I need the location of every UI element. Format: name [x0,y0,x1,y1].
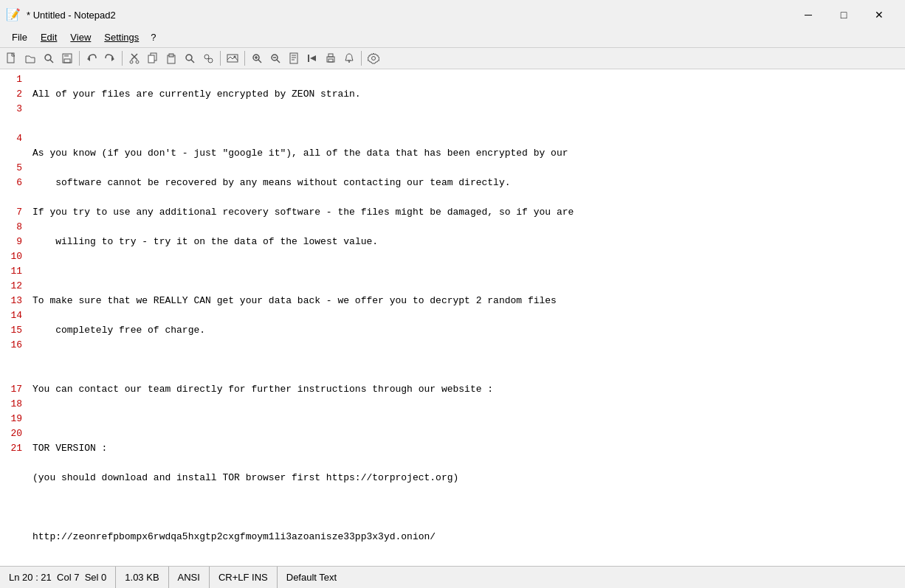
toolbar-paste[interactable] [162,49,180,67]
toolbar-open[interactable] [21,49,39,67]
status-encoding: ANSI [169,567,210,588]
editor-line-3b: software cannot be recovered by any mean… [32,176,899,190]
svg-rect-14 [148,55,154,63]
menu-bar: File Edit View Settings ? [0,27,905,47]
status-position: Ln 20 : 21 Col 7 Sel 0 [6,567,116,588]
status-textstyle: Default Text [278,567,345,588]
toolbar-undo[interactable] [83,49,100,67]
svg-marker-36 [310,55,316,61]
status-style: Default Text [286,572,337,583]
editor-line-13: http://zeonrefpbompx6rwdqa5hxgtp2cxgfmoy… [32,530,899,544]
svg-line-25 [258,60,261,63]
editor-line-9 [32,412,899,426]
status-size: 1.03 KB [116,567,168,588]
status-ins: INS [252,572,268,583]
toolbar-settings[interactable] [365,49,382,67]
line-numbers: 1 2 3 4 5 6 7 8 9 10 11 12 13 14 15 16 1… [0,69,27,566]
svg-rect-5 [64,54,69,57]
editor-line-4b: willing to try - try it on the data of t… [32,235,899,249]
toolbar-sep-1 [79,51,80,66]
toolbar-zoom-out[interactable] [266,49,284,67]
menu-view[interactable]: View [64,30,97,45]
toolbar [0,47,905,69]
toolbar-find2[interactable] [181,49,199,67]
toolbar-notify[interactable] [340,49,358,67]
svg-point-23 [234,56,236,58]
status-enc: ANSI [178,572,200,583]
svg-point-12 [136,60,139,63]
toolbar-save[interactable] [58,49,76,67]
svg-rect-39 [328,59,333,62]
editor-line-1: All of your files are currently encrypte… [32,87,899,102]
menu-file[interactable]: File [6,30,33,45]
svg-point-42 [372,57,376,60]
editor-text-area[interactable]: All of your files are currently encrypte… [27,69,905,566]
svg-point-17 [186,55,192,60]
title-bar-controls: ─ □ ✕ [791,6,896,24]
editor-container: 1 2 3 4 5 6 7 8 9 10 11 12 13 14 15 16 1… [0,69,905,566]
status-col: Col 7 [57,572,79,583]
toolbar-redo[interactable] [101,49,119,67]
minimize-button[interactable]: ─ [791,6,825,24]
editor-line-14 [32,559,899,566]
editor-line-2 [32,117,899,131]
toolbar-sep-3 [220,51,221,66]
title-bar-title: * Untitled - Notepad2 [27,10,116,21]
toolbar-copy[interactable] [144,49,162,67]
svg-point-11 [130,60,133,63]
menu-help[interactable]: ? [146,30,160,45]
editor-line-4: If you try to use any additional recover… [32,205,899,220]
status-ln-col: Ln 20 : 21 [9,572,52,583]
editor-line-5 [32,264,899,279]
editor-line-10: TOR VERSION : [32,441,899,456]
toolbar-replace[interactable] [199,49,217,67]
status-lineending: CR+LF INS [210,567,278,588]
toolbar-image[interactable] [224,49,241,67]
svg-line-18 [191,60,194,63]
toolbar-zoom-in[interactable] [248,49,266,67]
editor-line-8: You can contact our team directly for fu… [32,382,899,397]
restore-button[interactable]: □ [827,6,861,24]
editor-line-6b: completely free of charge. [32,323,899,338]
toolbar-cut[interactable] [125,49,143,67]
title-bar: 📝 * Untitled - Notepad2 ─ □ ✕ [0,0,905,27]
toolbar-pagesetup[interactable] [285,49,303,67]
toolbar-sep-2 [122,51,123,66]
svg-point-2 [45,55,51,60]
toolbar-find[interactable] [40,49,58,67]
svg-rect-16 [169,54,173,57]
svg-point-41 [348,61,350,63]
status-crlf: CR+LF [218,572,250,583]
close-button[interactable]: ✕ [862,6,896,24]
app-icon: 📝 [6,7,21,22]
toolbar-new[interactable] [3,49,21,67]
svg-rect-6 [64,59,70,63]
editor-line-3: As you know (if you don't - just "google… [32,146,899,161]
svg-rect-38 [328,54,333,57]
editor-line-11: (you should download and install TOR bro… [32,471,899,485]
status-bar: Ln 20 : 21 Col 7 Sel 0 1.03 KB ANSI CR+L… [0,566,905,588]
status-sel: Sel 0 [85,572,107,583]
menu-edit[interactable]: Edit [35,30,63,45]
menu-settings[interactable]: Settings [98,30,145,45]
editor-line-6: To make sure that we REALLY CAN get your… [32,294,899,308]
svg-line-29 [277,60,280,63]
toolbar-first[interactable] [303,49,321,67]
svg-line-3 [50,60,53,63]
editor-line-12 [32,500,899,515]
toolbar-print[interactable] [322,49,340,67]
title-bar-left: 📝 * Untitled - Notepad2 [6,7,116,22]
toolbar-sep-4 [244,51,245,66]
toolbar-sep-5 [361,51,362,66]
editor-line-7 [32,353,899,367]
svg-rect-31 [290,53,297,63]
status-filesize: 1.03 KB [125,572,159,583]
